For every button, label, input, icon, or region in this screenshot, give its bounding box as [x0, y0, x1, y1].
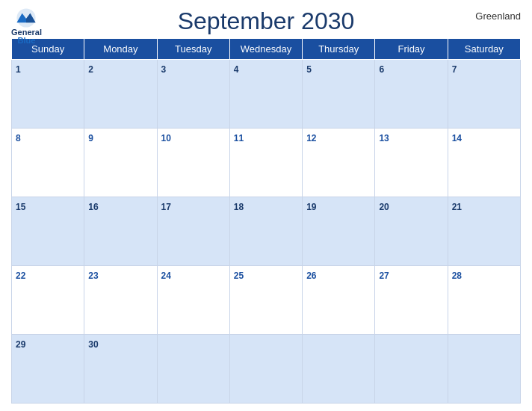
date-number: 8 [16, 133, 21, 143]
calendar-cell: 5 [303, 60, 375, 129]
logo-icon [13, 7, 40, 28]
calendar-week-1: 1234567 [12, 60, 521, 129]
date-number: 14 [452, 133, 462, 143]
calendar-cell [229, 335, 302, 404]
calendar-cell: 2 [84, 60, 157, 129]
calendar-cell: 11 [229, 129, 302, 197]
date-number: 11 [234, 133, 244, 143]
date-number: 10 [161, 133, 171, 143]
calendar-cell: 29 [12, 335, 84, 404]
date-number: 5 [306, 64, 312, 75]
calendar-cell: 14 [448, 129, 520, 197]
date-number: 3 [161, 64, 167, 75]
calendar-cell: 30 [84, 335, 157, 404]
col-saturday: Saturday [448, 39, 520, 60]
calendar-cell: 1 [12, 60, 84, 129]
calendar-week-2: 891011121314 [12, 129, 521, 197]
calendar-cell: 26 [303, 266, 375, 335]
date-number: 24 [161, 271, 171, 281]
calendar-cell: 16 [84, 197, 157, 266]
col-friday: Friday [375, 39, 448, 60]
calendar-cell [157, 335, 229, 404]
date-number: 9 [88, 133, 93, 143]
calendar-cell: 17 [157, 197, 229, 266]
calendar-cell: 9 [84, 129, 157, 197]
calendar-cell: 28 [448, 266, 520, 335]
calendar-cell: 6 [375, 60, 448, 129]
col-monday: Monday [84, 39, 157, 60]
calendar-cell: 3 [157, 60, 229, 129]
date-number: 25 [234, 271, 244, 281]
date-number: 7 [452, 64, 457, 75]
date-number: 17 [161, 202, 171, 212]
date-number: 23 [88, 271, 98, 281]
logo-blue-text: Blue [18, 37, 36, 45]
calendar-cell: 10 [157, 129, 229, 197]
date-number: 19 [306, 202, 316, 212]
date-number: 2 [88, 64, 93, 75]
calendar-header: General Blue September 2030 Greenland [11, 7, 521, 35]
date-number: 12 [306, 133, 316, 143]
date-number: 21 [452, 202, 462, 212]
calendar-cell: 25 [229, 266, 302, 335]
calendar-cell [375, 335, 448, 404]
calendar-cell: 15 [12, 197, 84, 266]
date-number: 16 [88, 202, 98, 212]
calendar-week-3: 15161718192021 [12, 197, 521, 266]
calendar-cell: 22 [12, 266, 84, 335]
date-number: 27 [379, 271, 389, 281]
calendar-cell: 21 [448, 197, 520, 266]
date-number: 22 [16, 271, 25, 281]
calendar-cell [303, 335, 375, 404]
calendar-cell: 23 [84, 266, 157, 335]
date-number: 15 [16, 202, 25, 212]
calendar-week-5: 2930 [12, 335, 521, 404]
date-number: 28 [452, 271, 462, 281]
calendar-week-4: 22232425262728 [12, 266, 521, 335]
col-tuesday: Tuesday [157, 39, 229, 60]
col-thursday: Thursday [303, 39, 375, 60]
calendar-cell: 7 [448, 60, 520, 129]
date-number: 18 [234, 202, 244, 212]
calendar-header-row: Sunday Monday Tuesday Wednesday Thursday… [12, 39, 521, 60]
calendar-title: September 2030 [178, 7, 355, 35]
col-wednesday: Wednesday [229, 39, 302, 60]
calendar-cell: 12 [303, 129, 375, 197]
date-number: 1 [16, 64, 21, 75]
calendar-cell: 4 [229, 60, 302, 129]
date-number: 29 [16, 339, 25, 350]
region-label: Greenland [475, 10, 521, 22]
calendar-cell: 19 [303, 197, 375, 266]
date-number: 4 [234, 64, 239, 75]
date-number: 26 [306, 271, 316, 281]
calendar-cell: 18 [229, 197, 302, 266]
calendar-cell [448, 335, 520, 404]
date-number: 13 [379, 133, 389, 143]
date-number: 30 [88, 339, 98, 350]
calendar-cell: 20 [375, 197, 448, 266]
date-number: 20 [379, 202, 389, 212]
date-number: 6 [379, 64, 384, 75]
logo: General Blue [11, 7, 42, 45]
calendar-cell: 8 [12, 129, 84, 197]
calendar-table: Sunday Monday Tuesday Wednesday Thursday… [11, 38, 521, 404]
calendar-body: 1234567891011121314151617181920212223242… [12, 60, 521, 404]
calendar-cell: 13 [375, 129, 448, 197]
calendar-cell: 27 [375, 266, 448, 335]
calendar-cell: 24 [157, 266, 229, 335]
